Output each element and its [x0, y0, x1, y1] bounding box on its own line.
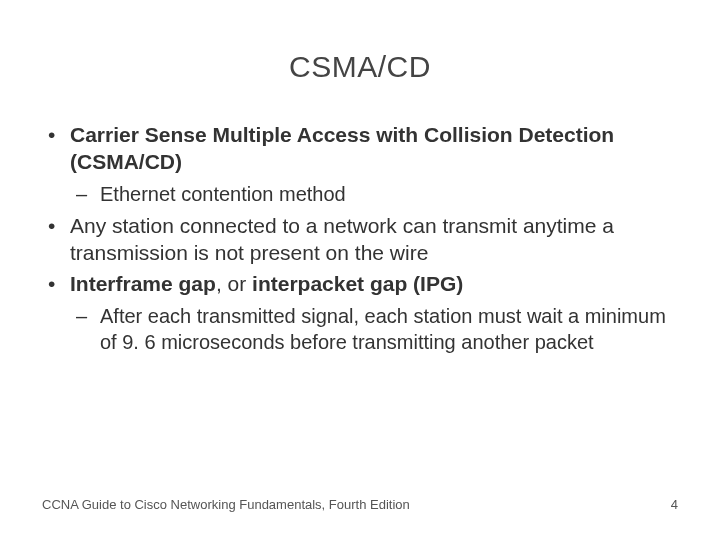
- bullet-3-after: interpacket gap (IPG): [252, 272, 463, 295]
- bullet-1-text: Carrier Sense Multiple Access with Colli…: [70, 123, 614, 173]
- footer: CCNA Guide to Cisco Networking Fundament…: [42, 497, 678, 512]
- bullet-item-3: Interframe gap, or interpacket gap (IPG)…: [42, 271, 678, 355]
- bullet-3-mid: , or: [216, 272, 252, 295]
- slide-container: CSMA/CD Carrier Sense Multiple Access wi…: [0, 0, 720, 540]
- sub-item-1-1: Ethernet contention method: [70, 182, 678, 208]
- footer-page-number: 4: [671, 497, 678, 512]
- sub-list-1: Ethernet contention method: [70, 182, 678, 208]
- bullet-item-2: Any station connected to a network can t…: [42, 213, 678, 267]
- bullet-3-before: Interframe gap: [70, 272, 216, 295]
- page-title: CSMA/CD: [42, 50, 678, 84]
- footer-left: CCNA Guide to Cisco Networking Fundament…: [42, 497, 410, 512]
- bullet-list: Carrier Sense Multiple Access with Colli…: [42, 122, 678, 355]
- bullet-2-text: Any station connected to a network can t…: [70, 214, 614, 264]
- sub-1-1-text: Ethernet contention method: [100, 183, 346, 205]
- bullet-item-1: Carrier Sense Multiple Access with Colli…: [42, 122, 678, 207]
- sub-list-3: After each transmitted signal, each stat…: [70, 304, 678, 355]
- sub-item-3-1: After each transmitted signal, each stat…: [70, 304, 678, 355]
- sub-3-1-text: After each transmitted signal, each stat…: [100, 305, 666, 353]
